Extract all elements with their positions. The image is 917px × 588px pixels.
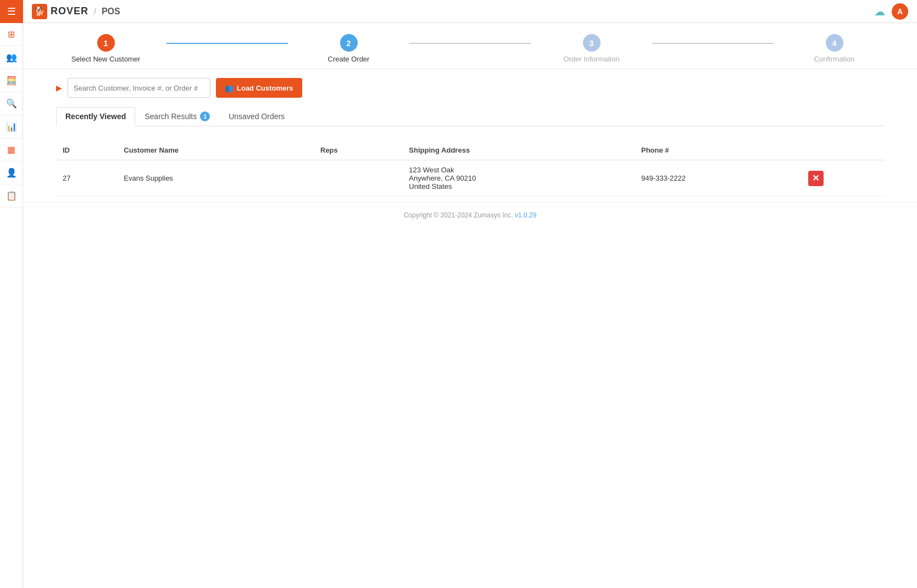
load-customers-button[interactable]: 👥 Load Customers [216,78,302,98]
dashboard-icon: ⊞ [8,29,15,40]
address-line3: United States [409,182,452,191]
calculator-icon: 🧮 [6,75,17,86]
report-icon: 📋 [6,191,17,201]
sidebar-item-chart[interactable]: 📊 [0,115,23,138]
step-1: 1 Select New Customer [45,34,166,63]
search-row: ▶ 👥 Load Customers [56,78,884,98]
address-line2: Anywhere, CA 90210 [409,174,476,182]
footer: Copyright © 2021-2024 Zumasys Inc. v1.0.… [23,202,917,228]
sidebar-item-search[interactable]: 🔍 [0,92,23,115]
cloud-icon[interactable]: ☁ [874,5,885,18]
step-line-1 [166,43,288,44]
avatar[interactable]: A [892,3,908,20]
col-reps: Reps [314,141,402,160]
sidebar-item-calculator[interactable]: 🧮 [0,69,23,92]
sidebar-item-dashboard[interactable]: ⊞ [0,23,23,46]
header: 🐕 ROVER / POS ☁ A [23,0,917,23]
copyright-text: Copyright © 2021-2024 Zumasys Inc. [404,211,513,219]
main-container: 🐕 ROVER / POS ☁ A 1 Select New Customer … [23,0,917,588]
customer-id: 27 [56,160,117,197]
app-title: ROVER [51,5,88,17]
step-4-label: Confirmation [814,55,855,63]
col-phone: Phone # [635,141,802,160]
customer-shipping-address: 123 West Oak Anywhere, CA 90210 United S… [402,160,635,197]
search-arrow-icon: ▶ [56,83,62,92]
col-shipping-address: Shipping Address [402,141,635,160]
step-3-circle: 3 [583,34,601,52]
version-link[interactable]: v1.0.29 [515,211,536,219]
step-2-label: Create Order [328,55,370,63]
step-3: 3 Order Information [531,34,652,63]
sidebar-item-person[interactable]: 👤 [0,161,23,184]
step-line-3 [652,43,774,44]
users-icon: 👥 [6,52,17,63]
step-1-label: Select New Customer [71,55,141,63]
logo-dog-icon: 🐕 [32,4,47,19]
barcode-icon: ▦ [7,144,15,155]
step-2: 2 Create Order [288,34,409,63]
col-id: ID [56,141,117,160]
customer-phone: 949-333-2222 [635,160,802,197]
search-input[interactable] [68,78,210,98]
search-results-badge: 1 [200,111,210,121]
tab-search-results[interactable]: Search Results 1 [135,107,219,126]
step-4: 4 Confirmation [774,34,895,63]
tab-recently-viewed[interactable]: Recently Viewed [56,107,135,126]
sidebar-item-report[interactable]: 📋 [0,184,23,208]
customers-table: ID Customer Name Reps Shipping Address P… [56,141,884,197]
tab-unsaved-orders[interactable]: Unsaved Orders [219,107,294,125]
customer-reps [314,160,402,197]
col-customer-name: Customer Name [117,141,314,160]
app-subtitle: POS [102,7,120,16]
table-header-row: ID Customer Name Reps Shipping Address P… [56,141,884,160]
table-body: 27 Evans Supplies 123 West Oak Anywhere,… [56,160,884,197]
sidebar-item-users[interactable]: 👥 [0,46,23,69]
step-line-2 [409,43,531,44]
sidebar: ☰ ⊞ 👥 🧮 🔍 📊 ▦ 👤 📋 [0,0,23,588]
logo-divider: / [94,7,96,16]
logo-area: 🐕 ROVER / POS [32,4,870,19]
tabs: Recently Viewed Search Results 1 Unsaved… [56,107,884,126]
table-container: ID Customer Name Reps Shipping Address P… [23,135,917,202]
address-line1: 123 West Oak [409,166,454,174]
stepper: 1 Select New Customer 2 Create Order 3 O… [23,23,917,69]
step-3-label: Order Information [564,55,620,63]
content-area: 1 Select New Customer 2 Create Order 3 O… [23,23,917,588]
col-actions [802,141,884,160]
load-customers-people-icon: 👥 [225,84,234,92]
search-icon: 🔍 [6,98,17,109]
chart-icon: 📊 [6,121,17,132]
hamburger-icon: ☰ [7,5,16,18]
step-2-circle: 2 [340,34,358,52]
header-right: ☁ A [874,3,908,20]
step-4-circle: 4 [826,34,843,52]
customer-search-area: ▶ 👥 Load Customers Recently Viewed Searc… [23,69,917,135]
sidebar-menu-button[interactable]: ☰ [0,0,23,23]
remove-customer-button[interactable]: ✕ [808,171,824,186]
sidebar-item-barcode[interactable]: ▦ [0,138,23,161]
step-1-circle: 1 [97,34,115,52]
customer-name: Evans Supplies [117,160,314,197]
table-row: 27 Evans Supplies 123 West Oak Anywhere,… [56,160,884,197]
customer-actions: ✕ [802,160,884,197]
person-icon: 👤 [6,167,17,178]
